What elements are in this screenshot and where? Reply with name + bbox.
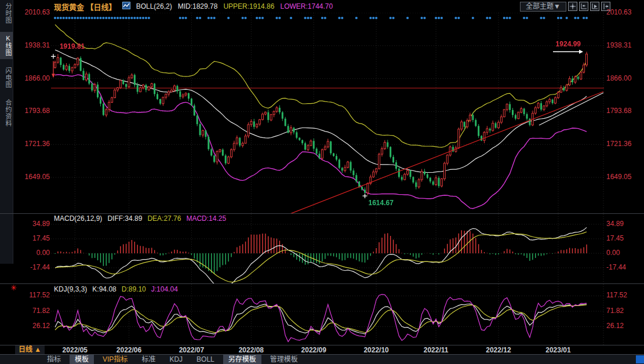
axis-left-arrow-icon[interactable] — [579, 2, 588, 11]
bottom-toolbar: 指标 模板 VIP指标 标准 KDJ BOLL 另存模板 管理模板 — [0, 355, 644, 364]
toolbar-corner-accent — [636, 355, 644, 363]
x-axis-month-label: 2022/10 — [363, 346, 388, 354]
price-axis-label-right: 1938.31 — [606, 41, 643, 49]
kdj-axis-label: 26.12 — [13, 322, 50, 330]
x-axis-month-label: 2022/08 — [239, 346, 264, 354]
tab-contract-info[interactable]: 合约资料 — [0, 96, 13, 130]
x-axis-month-label: 2023/01 — [545, 346, 570, 354]
kdj-axis-label: 117.52 — [13, 291, 50, 299]
macd-axis-label: -17.44 — [13, 263, 50, 271]
period-selector-button[interactable]: 日线 ▲ — [15, 345, 45, 354]
macd-axis-label: 34.89 — [13, 220, 50, 228]
boll-upper-value: UPPER:1914.86 — [223, 2, 274, 10]
trading-app-window: 分时图 K线图 闪电图 合约资料 现货黄金 【日线】 BOLL(26,2) MI… — [0, 0, 644, 364]
macd-axis-label-right: -17.44 — [606, 263, 643, 271]
macd-chart-canvas[interactable] — [51, 214, 604, 283]
boll-params-label: BOLL(26,2) — [136, 2, 172, 10]
x-axis-month-label: 2022/05 — [63, 346, 88, 354]
price-annotation-low: 1614.67 — [369, 199, 394, 207]
macd-axis-label: 0.00 — [13, 249, 50, 257]
macd-axis-label: 17.45 — [13, 234, 50, 242]
toolbar-item-kdj[interactable]: KDJ — [164, 355, 188, 364]
toolbar-item-boll[interactable]: BOLL — [191, 355, 220, 364]
instrument-title: 现货黄金 【日线】 — [54, 1, 117, 12]
kdj-axis-label-right: 71.82 — [606, 307, 643, 315]
macd-axis-label-right: 0.00 — [606, 249, 643, 257]
price-annotation-start-high: 1919.81 — [60, 42, 85, 50]
kdj-chart-canvas[interactable] — [51, 284, 604, 345]
price-axis-label: 1938.31 — [13, 41, 50, 49]
boll-mid-value: MID:1829.78 — [178, 2, 218, 10]
x-axis-month-label: 2022/09 — [301, 346, 326, 354]
price-axis-label-right: 1721.36 — [606, 140, 643, 148]
toolbar-item-manage-templates[interactable]: 管理模板 — [265, 355, 303, 364]
price-axis-label-right: 1866.00 — [606, 74, 643, 82]
price-axis-label: 1721.36 — [13, 140, 50, 148]
candlestick-chart-icon — [122, 1, 130, 12]
axis-play-icon[interactable] — [590, 2, 599, 11]
price-axis-label-right: 2010.63 — [606, 8, 643, 16]
price-annotation-end-high: 1924.99 — [556, 40, 581, 48]
chart-type-rail: 分时图 K线图 闪电图 合约资料 — [0, 0, 13, 264]
toolbar-item-indicators[interactable]: 指标 — [42, 355, 66, 364]
main-chart-canvas[interactable] — [51, 13, 604, 213]
kdj-axis-label: 71.82 — [13, 307, 50, 315]
x-axis-month-label: 2022/07 — [179, 346, 204, 354]
tab-lightning-chart[interactable]: 闪电图 — [0, 64, 13, 91]
price-axis-label: 1649.05 — [13, 173, 50, 181]
tab-time-share-chart[interactable]: 分时图 — [0, 0, 13, 27]
theme-select-dropdown[interactable]: 全部主题▼ — [520, 2, 566, 12]
price-axis-label-right: 1793.68 — [606, 107, 643, 115]
boll-lower-value: LOWER:1744.70 — [280, 2, 333, 10]
price-axis-label-right: 1649.05 — [606, 173, 643, 181]
toolbar-item-save-template[interactable]: 另存模板 — [223, 355, 261, 364]
x-axis-month-label: 2022/11 — [424, 346, 449, 354]
price-axis-label: 2010.63 — [13, 8, 50, 16]
toolbar-item-templates[interactable]: 模板 — [70, 355, 94, 364]
toolbar-item-standard[interactable]: 标准 — [136, 355, 161, 364]
kdj-axis-label-right: 26.12 — [606, 322, 643, 330]
macd-axis-label-right: 34.89 — [606, 220, 643, 228]
x-axis-month-label: 2022/12 — [486, 346, 511, 354]
macd-axis-label-right: 17.45 — [606, 234, 643, 242]
kdj-axis-label-right: 117.52 — [606, 291, 643, 299]
crosshair-icon[interactable] — [568, 2, 577, 11]
price-axis-label: 1793.68 — [13, 107, 50, 115]
chart-header: 现货黄金 【日线】 BOLL(26,2) MID:1829.78 UPPER:1… — [54, 1, 333, 12]
x-axis-month-label: 2022/06 — [117, 346, 141, 354]
tab-kline-chart[interactable]: K线图 — [0, 32, 13, 59]
price-axis-label: 1866.00 — [13, 74, 50, 82]
toolbar-item-vip-indicators[interactable]: VIP指标 — [97, 355, 133, 364]
